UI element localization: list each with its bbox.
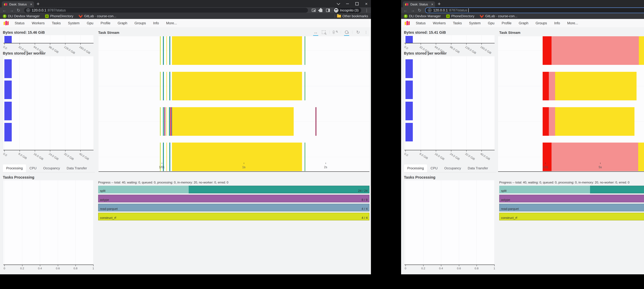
reload-button[interactable]: ↻	[418, 8, 421, 12]
task-stream-plot[interactable]	[98, 36, 370, 171]
box-zoom-icon[interactable]	[321, 29, 326, 35]
reload-button[interactable]: ↻	[17, 8, 20, 12]
dask-logo[interactable]	[404, 20, 410, 26]
progress-bar-split[interactable]: split 24 / 24	[499, 186, 644, 193]
progress-bar-astype[interactable]: astype 8 / 8	[98, 195, 370, 202]
nav-system[interactable]: System	[64, 21, 83, 25]
forward-button[interactable]: →	[410, 8, 415, 12]
tasks-processing-chart[interactable]: 0 0.2 0.4 0.6 0.8 1	[404, 180, 495, 265]
task-segment[interactable]	[160, 72, 160, 100]
nav-status[interactable]: Status	[11, 21, 28, 25]
task-segment[interactable]	[166, 72, 167, 100]
bookmark-dli-devbox[interactable]: DLI Devbox Manager	[3, 14, 40, 18]
nav-workers[interactable]: Workers	[429, 21, 450, 25]
tab-cpu[interactable]: CPU	[427, 164, 441, 172]
task-segment-transfer[interactable]	[543, 107, 549, 136]
task-segment-func-fit[interactable]	[555, 72, 636, 100]
nav-workers[interactable]: Workers	[28, 21, 48, 25]
task-segment[interactable]	[169, 107, 170, 136]
task-segment-transfer[interactable]	[543, 72, 549, 100]
new-tab-button[interactable]: +	[36, 1, 40, 7]
nav-profile[interactable]: Profile	[97, 21, 114, 25]
zoom-in-icon[interactable]	[344, 29, 349, 35]
task-segment[interactable]	[172, 143, 302, 171]
progress-bar-read-parquet[interactable]: read-parquet 4 / 4	[499, 204, 644, 211]
tasks-processing-chart[interactable]: 0 0.2 0.4 0.6 0.8 1	[3, 180, 94, 265]
nav-tasks[interactable]: Tasks	[450, 21, 466, 25]
bookmark-dli-devbox[interactable]: DLI Devbox Manager	[404, 14, 441, 18]
side-panel-icon[interactable]	[326, 9, 330, 12]
bokeh-menu-icon[interactable]: ⋮	[364, 29, 368, 35]
nav-profile[interactable]: Profile	[498, 21, 515, 25]
nav-tasks[interactable]: Tasks	[48, 21, 64, 25]
tab-dask-status[interactable]: Dask: Status ×	[2, 1, 34, 7]
back-button[interactable]: ←	[2, 8, 6, 12]
close-window-button[interactable]: ×	[365, 1, 368, 6]
tab-close-icon[interactable]: ×	[431, 2, 433, 6]
nav-more[interactable]: More...	[564, 21, 582, 25]
site-info-icon[interactable]	[26, 8, 30, 12]
task-segment[interactable]	[304, 143, 305, 171]
task-segment[interactable]	[304, 72, 305, 100]
tab-data-transfer[interactable]: Data Transfer	[464, 164, 492, 172]
progress-bar-construct-rf[interactable]: construct_rf 4 / 4	[499, 213, 644, 220]
task-segment[interactable]	[160, 107, 160, 136]
task-stream-plot[interactable]	[498, 36, 644, 171]
bytes-stored-chart[interactable]: 0.0 32.0 GiB 64.0 GiB 96.0 GiB 128.0 GiB…	[404, 35, 495, 43]
progress-bar-split[interactable]: split 24 / 24	[98, 186, 370, 193]
bookmark-phonedirectory[interactable]: PhoneDirectory	[45, 14, 73, 18]
chevron-down-icon[interactable]	[337, 1, 340, 5]
task-segment-disk[interactable]	[549, 72, 555, 100]
nav-info[interactable]: Info	[550, 21, 564, 25]
task-segment[interactable]	[169, 72, 170, 100]
browser-menu-icon[interactable]: ⋮	[365, 8, 369, 12]
nav-groups[interactable]: Groups	[532, 21, 550, 25]
bookmark-gitlab[interactable]: GitLab · course-con...	[79, 14, 116, 18]
maximize-button[interactable]	[355, 2, 358, 5]
reset-tool-icon[interactable]: ↻	[356, 29, 360, 35]
incognito-badge[interactable]: Incognito (3)	[334, 7, 361, 13]
nav-gpu[interactable]: Gpu	[83, 21, 97, 25]
tab-processing[interactable]: Processing	[3, 164, 26, 172]
url-bar[interactable]: 120.0.0.1 :8787/status	[24, 8, 308, 13]
nav-graph[interactable]: Graph	[114, 21, 131, 25]
tab-occupancy[interactable]: Occupancy	[40, 164, 63, 172]
bookmark-phonedirectory[interactable]: PhoneDirectory	[446, 14, 474, 18]
nav-system[interactable]: System	[466, 21, 484, 25]
new-tab-button[interactable]: +	[438, 1, 440, 7]
tab-close-icon[interactable]: ×	[30, 2, 32, 6]
task-segment-disk[interactable]	[549, 107, 555, 136]
forward-button[interactable]: →	[10, 8, 14, 12]
other-bookmarks[interactable]: Other bookmarks	[337, 14, 368, 18]
task-segment[interactable]	[169, 143, 170, 171]
task-segment-disk[interactable]	[552, 36, 639, 65]
task-segment[interactable]	[163, 107, 164, 136]
tab-cpu[interactable]: CPU	[26, 164, 40, 172]
task-segment[interactable]	[304, 36, 305, 65]
minimize-button[interactable]	[346, 3, 349, 4]
per-worker-chart[interactable]: 0.0 8.0 GiB 16.0 GiB 24.0 GiB 32.0 GiB 4…	[404, 56, 495, 150]
task-segment[interactable]	[169, 36, 170, 65]
bookmark-gitlab[interactable]: GitLab · course-con...	[480, 14, 518, 18]
task-segment[interactable]	[163, 36, 164, 65]
task-segment-func-fit[interactable]	[639, 36, 644, 65]
progress-bar-read-parquet[interactable]: read-parquet 4 / 4	[98, 204, 370, 211]
extensions-icon[interactable]	[319, 9, 322, 12]
wheel-zoom-icon[interactable]	[333, 29, 338, 35]
nav-info[interactable]: Info	[150, 21, 162, 25]
task-segment[interactable]	[172, 72, 302, 100]
nav-graph[interactable]: Graph	[515, 21, 532, 25]
task-segment-disk[interactable]	[552, 143, 638, 171]
task-segment[interactable]	[172, 107, 294, 136]
task-segment[interactable]	[164, 107, 165, 136]
site-info-icon[interactable]	[428, 8, 432, 12]
task-segment[interactable]	[166, 36, 167, 65]
picture-in-picture-icon[interactable]	[312, 9, 316, 12]
url-bar-focused[interactable]: 120.0.0.1 :8787/status	[425, 7, 644, 13]
tab-occupancy[interactable]: Occupancy	[441, 164, 464, 172]
nav-groups[interactable]: Groups	[131, 21, 150, 25]
tab-data-transfer[interactable]: Data Transfer	[63, 164, 90, 172]
dask-logo[interactable]	[3, 20, 9, 26]
nav-status[interactable]: Status	[412, 21, 429, 25]
task-segment[interactable]	[316, 107, 316, 136]
